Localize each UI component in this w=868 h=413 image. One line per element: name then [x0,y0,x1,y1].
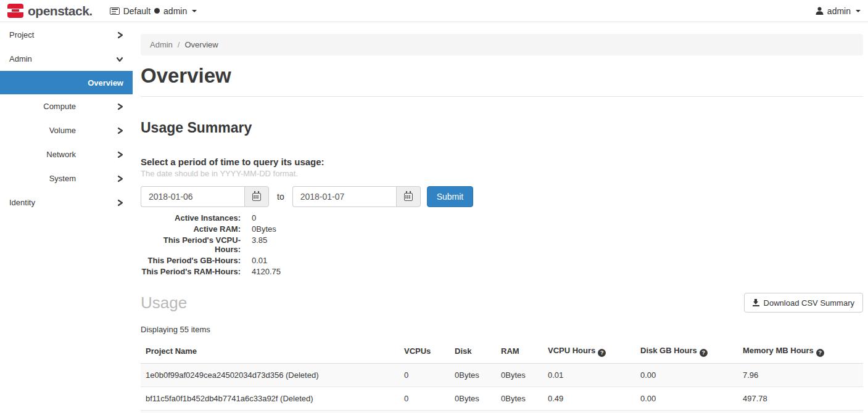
chevron-down-icon [116,56,123,62]
col-project-name[interactable]: Project Name [141,340,399,363]
cell-vcpus: 0 [399,386,450,410]
breadcrumb-admin-link[interactable]: Admin [150,40,173,49]
sidebar-item-project[interactable]: Project [0,23,133,47]
col-disk[interactable]: Disk [450,340,496,363]
chevron-right-icon [117,175,123,182]
help-icon[interactable]: ? [700,349,708,357]
calendar-icon [252,193,261,201]
date-to-input[interactable] [292,186,396,207]
usage-table-title: Usage [141,293,187,313]
user-name: admin [827,6,851,16]
period-form-hint: The date should be in YYYY-MM-DD format. [141,169,863,178]
usage-table-header: Usage Download CSV Summary [141,293,863,313]
date-from-input[interactable] [141,186,244,207]
to-label: to [277,192,284,202]
sidebar-item-label: Admin [9,54,32,63]
sidebar-item-label: System [49,174,76,183]
table-row: 1e0b0f99af0249cea24502034d73d356 (Delete… [141,363,863,386]
sidebar-item-label: Volume [49,126,76,135]
user-icon [816,7,824,15]
stat-active-ram: Active RAM: 0Bytes [141,224,863,234]
stat-active-instances: Active Instances: 0 [141,213,863,223]
sidebar-item-compute[interactable]: Compute [0,94,133,118]
stat-label: Active RAM: [141,224,241,234]
cell-memory-mb-hours: 110.93 [738,410,863,413]
table-header-row: Project Name VCPUs Disk RAM VCPU Hours? … [141,340,863,363]
help-icon[interactable]: ? [816,349,824,357]
table-row: bf11c5fa0f1b452db4b7741a6c33a92f (Delete… [141,386,863,410]
submit-button[interactable]: Submit [427,186,474,207]
col-memory-mb-hours[interactable]: Memory MB Hours? [738,340,863,363]
col-vcpu-hours[interactable]: VCPU Hours? [543,340,635,363]
sidebar-item-label: Project [9,30,34,39]
sidebar-nav: Project Admin Overview Compute Volume Ne… [0,23,133,215]
chevron-right-icon [117,31,123,39]
openstack-logo-icon [7,4,23,18]
stat-label: This Period's VCPU-Hours: [141,235,241,254]
date-from-calendar-button[interactable] [244,186,269,207]
stat-value: 0.01 [252,256,267,265]
sidebar-item-network[interactable]: Network [0,142,133,166]
col-ram[interactable]: RAM [496,340,543,363]
cell-memory-mb-hours: 497.78 [738,386,863,410]
cell-disk: 0Bytes [450,410,496,413]
cell-ram: 0Bytes [496,410,543,413]
date-from-group [141,186,269,207]
stat-value: 4120.75 [252,267,281,276]
cell-disk: 0Bytes [450,386,496,410]
download-csv-button[interactable]: Download CSV Summary [744,293,863,313]
main-content: Admin / Overview Overview Usage Summary … [141,23,863,413]
project-label: admin [163,6,187,16]
domain-label: Default [123,6,151,16]
cell-disk: 0Bytes [450,363,496,386]
cell-project-name: 1e0b0f99af0249cea24502034d73d356 (Delete… [141,363,399,386]
usage-summary-heading: Usage Summary [141,120,863,136]
caret-down-icon [192,10,197,12]
cell-vcpu-hours: 0.49 [543,386,635,410]
cell-vcpus: 0 [399,410,450,413]
stat-label: This Period's GB-Hours: [141,256,241,265]
stat-label: This Period's RAM-Hours: [141,267,241,276]
date-to-calendar-button[interactable] [396,186,421,207]
breadcrumb: Admin / Overview [141,34,863,55]
chevron-right-icon [117,103,123,110]
table-row: ea1f2f357c09465eb6991edf7079efbe (Delete… [141,410,863,413]
stat-value: 0 [252,213,256,223]
sidebar-item-volume[interactable]: Volume [0,118,133,142]
col-disk-gb-hours[interactable]: Disk GB Hours? [635,340,738,363]
stat-value: 0Bytes [252,224,276,234]
sidebar-item-identity[interactable]: Identity [0,190,133,215]
chevron-right-icon [117,199,123,206]
usage-period-form: to Submit [141,186,863,207]
chevron-right-icon [117,127,123,134]
top-navbar: openstack. Default admin admin [0,0,868,22]
usage-stats: Active Instances: 0 Active RAM: 0Bytes T… [141,213,863,276]
breadcrumb-current: Overview [184,40,218,49]
sidebar-item-overview[interactable]: Overview [0,71,133,94]
cell-ram: 0Bytes [496,386,543,410]
download-icon [753,299,759,306]
date-to-group [292,186,421,207]
cell-disk-gb-hours: 0.00 [635,363,738,386]
download-csv-label: Download CSV Summary [764,298,854,308]
usage-table: Project Name VCPUs Disk RAM VCPU Hours? … [141,340,863,413]
cell-project-name: ea1f2f357c09465eb6991edf7079efbe (Delete… [141,410,399,413]
cell-vcpus: 0 [399,363,450,386]
period-form-label: Select a period of time to query its usa… [141,157,863,167]
stat-label: Active Instances: [141,213,241,223]
sidebar-item-admin[interactable]: Admin [0,47,133,71]
cell-disk-gb-hours: 0.00 [635,386,738,410]
breadcrumb-separator: / [178,40,180,49]
table-count-text: Displaying 55 items [141,325,863,334]
col-vcpus[interactable]: VCPUs [399,340,450,363]
cell-vcpu-hours: 0.11 [543,410,635,413]
sidebar-item-label: Identity [9,198,35,207]
sidebar-item-system[interactable]: System [0,166,133,190]
user-menu[interactable]: admin [816,6,861,16]
stat-value: 3.85 [252,235,267,254]
domain-project-switcher[interactable]: Default admin [110,6,197,16]
openstack-brand[interactable]: openstack. [7,4,93,18]
cell-memory-mb-hours: 7.96 [738,363,863,386]
cell-project-name: bf11c5fa0f1b452db4b7741a6c33a92f (Delete… [141,386,399,410]
help-icon[interactable]: ? [598,349,606,357]
